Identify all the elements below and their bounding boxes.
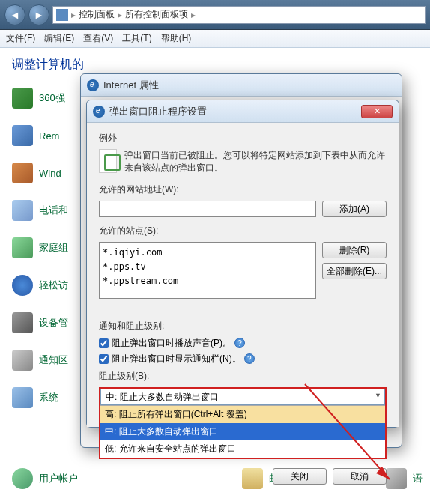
checkbox-label: 阻止弹出窗口时显示通知栏(N)。 — [112, 353, 241, 365]
list-item[interactable]: *.iqiyi.com — [103, 246, 312, 260]
sound-checkbox[interactable] — [99, 338, 109, 348]
cp-item[interactable]: 通知区 — [12, 350, 87, 371]
cp-item[interactable]: Rem — [12, 125, 87, 146]
breadcrumb-item[interactable]: 所有控制面板项 — [125, 8, 188, 21]
close-button[interactable]: ✕ — [361, 105, 393, 118]
ease-icon — [12, 275, 33, 296]
menu-edit[interactable]: 编辑(E) — [44, 32, 74, 45]
info-text: 弹出窗口当前已被阻止。您可以将特定网站添加到下表中从而允许来自该站点的弹出窗口。 — [124, 149, 387, 174]
help-icon[interactable]: ? — [244, 353, 255, 364]
dropdown-option-high[interactable]: 高: 阻止所有弹出窗口(Ctrl+Alt 覆盖) — [100, 406, 385, 423]
add-button[interactable]: 添加(A) — [322, 201, 387, 217]
notify-checkbox[interactable] — [99, 354, 109, 364]
forward-button[interactable]: ► — [28, 4, 49, 25]
sites-label: 允许的站点(S): — [99, 225, 387, 237]
cp-item[interactable]: 电话和 — [12, 200, 87, 221]
device-icon — [12, 312, 33, 333]
tray-icon — [12, 350, 33, 371]
remove-all-button[interactable]: 全部删除(E)... — [322, 263, 387, 279]
dropdown-list: 高: 阻止所有弹出窗口(Ctrl+Alt 覆盖) 中: 阻止大多数自动弹出窗口 … — [100, 405, 385, 458]
popup-blocker-dialog: 弹出窗口阻止程序设置 ✕ 例外 弹出窗口当前已被阻止。您可以将特定网站添加到下表… — [86, 100, 399, 428]
help-icon[interactable]: ? — [234, 338, 245, 348]
list-item[interactable]: *.pps.tv — [103, 260, 312, 274]
menu-view[interactable]: 查看(V) — [83, 32, 113, 45]
address-label: 允许的网站地址(W): — [99, 183, 387, 196]
sound-checkbox-row: 阻止弹出窗口时播放声音(P)。 ? — [99, 337, 387, 350]
breadcrumb-sep: ▸ — [71, 10, 76, 20]
dialog-titlebar[interactable]: Internet 属性 — [81, 74, 402, 97]
cp-item[interactable]: 360强 — [12, 88, 87, 109]
close-dialog-button[interactable]: 关闭 — [273, 468, 327, 485]
cancel-button[interactable]: 取消 — [333, 468, 387, 485]
exceptions-label: 例外 — [99, 132, 387, 145]
cp-item[interactable]: 系统 — [12, 387, 87, 408]
dialog-titlebar[interactable]: 弹出窗口阻止程序设置 ✕ — [87, 100, 399, 123]
page-title: 调整计算机的 — [12, 57, 418, 73]
cp-item[interactable]: 设备管 — [12, 312, 87, 333]
notify-checkbox-row: 阻止弹出窗口时显示通知栏(N)。 ? — [99, 353, 387, 365]
control-panel-icon — [56, 9, 68, 21]
menubar: 文件(F) 编辑(E) 查看(V) 工具(T) 帮助(H) — [0, 30, 430, 48]
remove-button[interactable]: 删除(R) — [322, 242, 387, 258]
system-icon — [12, 387, 33, 408]
shield-icon — [12, 88, 33, 109]
firewall-icon — [12, 163, 33, 183]
list-item[interactable]: *.ppstream.com — [103, 274, 312, 288]
dialog-buttons: 关闭 取消 — [99, 468, 387, 485]
dropdown-selected[interactable]: 中: 阻止大多数自动弹出窗口 — [100, 389, 385, 405]
explorer-navbar: ◄ ► ▸ 控制面板 ▸ 所有控制面板项 ▸ — [0, 0, 430, 30]
cp-item-users[interactable]: 用户帐户 — [12, 468, 78, 489]
homegroup-icon — [12, 237, 33, 258]
block-level-dropdown[interactable]: 中: 阻止大多数自动弹出窗口 高: 阻止所有弹出窗口(Ctrl+Alt 覆盖) … — [99, 387, 387, 459]
ie-icon — [93, 106, 105, 118]
control-panel-items: 360强 Rem Wind 电话和 家庭组 轻松访 设备管 通知区 系统 — [12, 88, 87, 408]
menu-help[interactable]: 帮助(H) — [161, 32, 192, 45]
phone-icon — [12, 200, 33, 221]
dropdown-option-low[interactable]: 低: 允许来自安全站点的弹出窗口 — [100, 440, 385, 458]
address-row: 添加(A) — [99, 201, 387, 217]
notify-label: 通知和阻止级别: — [99, 320, 387, 333]
popup-info-icon — [99, 149, 117, 173]
info-row: 弹出窗口当前已被阻止。您可以将特定网站添加到下表中从而允许来自该站点的弹出窗口。 — [99, 149, 387, 174]
cp-item[interactable]: Wind — [12, 163, 87, 183]
cp-item[interactable]: 家庭组 — [12, 237, 87, 258]
menu-tools[interactable]: 工具(T) — [122, 32, 151, 45]
back-button[interactable]: ◄ — [4, 4, 25, 25]
address-input[interactable] — [99, 201, 316, 217]
sites-listbox[interactable]: *.iqiyi.com *.pps.tv *.ppstream.com — [99, 242, 316, 299]
dialog-title: 弹出窗口阻止程序设置 — [109, 105, 357, 118]
dialog-body: 例外 弹出窗口当前已被阻止。您可以将特定网站添加到下表中从而允许来自该站点的弹出… — [87, 123, 399, 427]
breadcrumb-sep: ▸ — [118, 10, 122, 20]
dialog-title: Internet 属性 — [103, 79, 396, 92]
cp-item-lang[interactable]: 语 — [386, 468, 423, 489]
breadcrumb[interactable]: ▸ 控制面板 ▸ 所有控制面板项 ▸ — [52, 6, 426, 24]
dropdown-option-mid[interactable]: 中: 阻止大多数自动弹出窗口 — [100, 423, 385, 440]
mic-icon — [386, 468, 407, 489]
remote-icon — [12, 125, 33, 146]
checkbox-label: 阻止弹出窗口时播放声音(P)。 — [112, 337, 231, 350]
breadcrumb-sep: ▸ — [191, 10, 196, 20]
breadcrumb-item[interactable]: 控制面板 — [79, 8, 115, 21]
menu-file[interactable]: 文件(F) — [6, 32, 35, 45]
ie-icon — [87, 79, 99, 91]
cp-item[interactable]: 轻松访 — [12, 275, 87, 296]
level-label: 阻止级别(B): — [99, 370, 387, 383]
users-icon — [12, 468, 33, 489]
sites-row: *.iqiyi.com *.pps.tv *.ppstream.com 删除(R… — [99, 242, 387, 299]
